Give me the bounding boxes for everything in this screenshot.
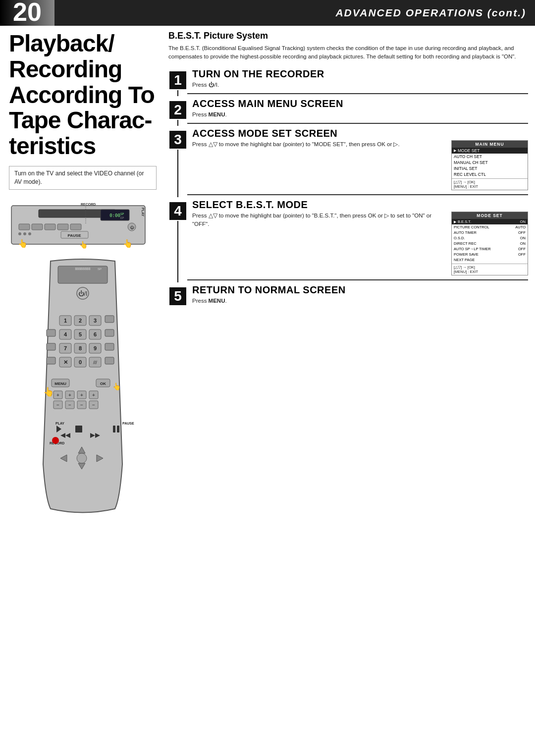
svg-point-97 — [77, 453, 87, 463]
svg-text:👆: 👆 — [43, 386, 54, 397]
svg-rect-85 — [75, 426, 82, 432]
svg-rect-86 — [113, 426, 115, 432]
svg-text:👆: 👆 — [79, 241, 88, 249]
svg-text:OK: OK — [100, 381, 106, 386]
svg-text:SP: SP — [120, 212, 124, 216]
svg-rect-9 — [57, 224, 68, 230]
step-1-number-col: 1 — [168, 68, 187, 96]
step-5-number: 5 — [169, 287, 186, 305]
screen-row-best: ▶ B.E.S.T. ON — [452, 219, 528, 224]
screen-row-modeset: ▶ MODE SET — [452, 148, 528, 154]
screen-row-autotimer: AUTO TIMER OFF — [452, 230, 528, 235]
modeset-icon: ▶ — [454, 149, 456, 153]
svg-text:6: 6 — [94, 331, 97, 337]
svg-rect-57 — [105, 316, 114, 323]
step-5-heading: RETURN TO NORMAL SCREEN — [192, 284, 528, 295]
main-content: Playback/ Recording According To Tape Ch… — [0, 26, 535, 531]
screen-row-picctrl: PICTURE CONTROL AUTO — [452, 224, 528, 230]
svg-point-15 — [28, 232, 31, 235]
step-2-line — [177, 120, 178, 126]
svg-text:88888888: 88888888 — [75, 267, 90, 270]
step-4-number: 4 — [169, 202, 186, 220]
screen-row-nextpage: NEXT PAGE — [452, 257, 528, 263]
step-5-number-col: 5 — [168, 284, 187, 311]
screen-row-manualch: MANUAL CH SET — [452, 160, 528, 165]
page-header: 20 ADVANCED OPERATIONS (cont.) — [0, 0, 535, 26]
best-description: The B.E.S.T. (Biconditional Equalised Si… — [168, 44, 528, 61]
step-2: 2 ACCESS MAIN MENU SCREEN Press MENU. — [168, 98, 528, 126]
svg-text:PAUSE: PAUSE — [68, 233, 82, 238]
svg-text:+: + — [92, 392, 95, 398]
step-4-screen-title: MODE SET — [452, 212, 528, 219]
step-3-screen: MAIN MENU ▶ MODE SET AUTO CH SET MANUAL … — [451, 140, 528, 190]
steps-container: 1 TURN ON THE RECORDER Press ⏻/I. 2 ACCE… — [168, 68, 528, 314]
svg-text:8: 8 — [79, 345, 82, 351]
screen-row-autoch: AUTO CH SET — [452, 154, 528, 160]
svg-rect-8 — [45, 224, 55, 230]
best-title: B.E.S.T. Picture System — [168, 31, 528, 41]
step-3-footer-nav: [△▽] → [OK] — [454, 180, 526, 184]
step-4-heading: SELECT B.E.S.T. MODE — [192, 199, 528, 210]
remote-drawing: 88888888 SP EP ⏻/I 1 2 3 4 5 — [16, 256, 150, 524]
step-3-content: Press △▽ to move the highlight bar (poin… — [192, 140, 528, 190]
step-1-number: 1 — [169, 71, 186, 89]
best-icon: ▶ — [454, 220, 456, 224]
step-5-body: RETURN TO NORMAL SCREEN Press MENU. — [187, 284, 528, 309]
svg-text:///: /// — [93, 360, 97, 365]
svg-text:👆: 👆 — [18, 239, 28, 248]
step-3-footer-exit: [MENU] : EXIT — [454, 184, 526, 189]
svg-point-14 — [23, 232, 26, 235]
svg-text:PLAY: PLAY — [55, 422, 64, 425]
svg-text:⏻: ⏻ — [130, 225, 134, 230]
svg-text:+: + — [80, 392, 83, 398]
step-4-footer-exit: [MENU] : EXIT — [454, 270, 526, 274]
svg-text:👆: 👆 — [123, 239, 133, 248]
svg-rect-55 — [47, 343, 55, 350]
step-4-content: Press △▽ to move the highlight bar (poin… — [192, 212, 528, 275]
svg-text:RECORD: RECORD — [81, 203, 96, 206]
modeset-label: MODE SET — [458, 148, 480, 153]
svg-text:PLAY: PLAY — [141, 208, 145, 216]
screen-row-osd: O.S.D. ON — [452, 235, 528, 241]
svg-text:0:00: 0:00 — [109, 213, 120, 218]
svg-text:1: 1 — [64, 318, 67, 324]
page-title: Playback/ Recording According To Tape Ch… — [9, 31, 157, 159]
step-3-number: 3 — [169, 131, 186, 149]
svg-rect-56 — [47, 357, 55, 364]
header-title-text: ADVANCED OPERATIONS (cont.) — [335, 7, 526, 19]
step-4-body: SELECT B.E.S.T. MODE Press △▽ to move th… — [187, 199, 528, 280]
svg-text:9: 9 — [94, 345, 97, 351]
step-4: 4 SELECT B.E.S.T. MODE Press △▽ to move … — [168, 199, 528, 282]
step-2-heading: ACCESS MAIN MENU SCREEN — [192, 98, 528, 109]
svg-rect-54 — [47, 329, 55, 336]
step-4-text: Press △▽ to move the highlight bar (poin… — [192, 212, 446, 229]
tv-note: Turn on the TV and select the VIDEO chan… — [9, 166, 157, 190]
svg-point-13 — [18, 232, 21, 235]
vcr-drawing: 0:00 SP EP ⏻ PAUSE — [9, 197, 150, 249]
step-4-line — [177, 221, 178, 282]
left-column: Playback/ Recording According To Tape Ch… — [0, 26, 163, 531]
step-4-number-col: 4 — [168, 199, 187, 282]
step-3-number-col: 3 — [168, 128, 187, 197]
step-3-heading: ACCESS MODE SET SCREEN — [192, 128, 528, 139]
svg-rect-7 — [32, 224, 43, 230]
step-2-number-col: 2 — [168, 98, 187, 126]
step-3-line — [177, 150, 178, 197]
svg-text:5: 5 — [79, 331, 82, 337]
step-3-screen-footer: [△▽] → [OK] [MENU] : EXIT — [452, 178, 528, 190]
screen-row-reclevel: REC LEVEL CTL — [452, 171, 528, 177]
svg-rect-60 — [105, 357, 114, 364]
header-title: ADVANCED OPERATIONS (cont.) — [54, 0, 535, 26]
svg-text:SP: SP — [98, 268, 102, 270]
step-1-heading: TURN ON THE RECORDER — [192, 68, 528, 79]
step-5-instruction: Press MENU. — [192, 297, 528, 305]
svg-text:−: − — [68, 402, 71, 408]
step-4-footer-nav: [△▽] → [OK] — [454, 265, 526, 270]
step-5: 5 RETURN TO NORMAL SCREEN Press MENU. — [168, 284, 528, 311]
step-3-instruction: Press △▽ to move the highlight bar (poin… — [192, 140, 446, 149]
right-column: B.E.S.T. Picture System The B.E.S.T. (Bi… — [163, 26, 535, 531]
svg-text:EP: EP — [120, 216, 124, 219]
step-2-instruction: Press MENU. — [192, 110, 528, 119]
step-1-body: TURN ON THE RECORDER Press ⏻/I. — [187, 68, 528, 94]
svg-text:⏻/I: ⏻/I — [78, 290, 88, 297]
